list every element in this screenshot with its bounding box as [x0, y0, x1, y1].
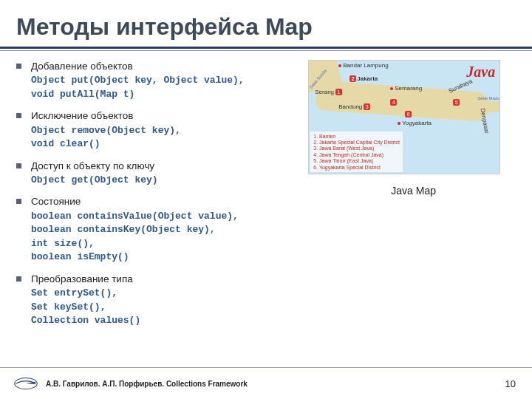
- footer: А.В. Гаврилов. А.П. Порфирьев. Collectio…: [13, 375, 516, 392]
- item-label: Состояние: [31, 196, 81, 207]
- city-label: 2Jakarta: [349, 75, 378, 82]
- sea-label: Selat Madura: [477, 96, 500, 100]
- method-list: Добавление объектов Object put(Object ke…: [16, 60, 301, 336]
- city-label: 5: [453, 99, 460, 106]
- illustration-column: Java Bandar Lampung 2Jakarta Serang1 Sem…: [301, 60, 519, 336]
- list-item: Добавление объектов Object put(Object ke…: [16, 60, 301, 100]
- footer-text: А.В. Гаврилов. А.П. Порфирьев. Collectio…: [46, 380, 248, 388]
- code-line: int size(): [31, 238, 89, 249]
- footer-rule: [0, 367, 532, 368]
- content-area: Добавление объектов Object put(Object ke…: [0, 60, 532, 336]
- code-line: Collection values(): [31, 315, 140, 326]
- title-rule-thick: [0, 47, 532, 49]
- code-line: boolean containsKey(Object key): [31, 224, 210, 235]
- item-label: Преобразование типа: [31, 273, 133, 284]
- page-number: 10: [505, 378, 516, 389]
- map-legend: 1. Banten 2. Jakarta Special Capital Cit…: [310, 132, 403, 172]
- code-line: Object put(Object key, Object value): [31, 75, 239, 86]
- city-label: Bandar Lampung: [338, 62, 388, 69]
- city-label: Yogyakarta: [398, 120, 432, 126]
- code-line: boolean isEmpty(): [31, 251, 129, 262]
- slide-title: Методы интерфейса Map: [0, 0, 532, 47]
- code-line: boolean containsValue(Object value): [31, 211, 233, 222]
- city-label: 6: [405, 111, 412, 117]
- code-line: void putAll(Map t): [31, 89, 134, 100]
- code-line: Set entrySet(): [31, 287, 112, 299]
- item-label: Доступ к объекту по ключу: [31, 160, 154, 171]
- list-item: Исключение объектов Object remove(Object…: [16, 109, 301, 150]
- java-map-image: Java Bandar Lampung 2Jakarta Serang1 Sem…: [308, 60, 500, 174]
- city-label: 4: [390, 99, 398, 106]
- title-rule-thin: [0, 50, 532, 51]
- item-label: Добавление объектов: [31, 61, 133, 72]
- city-label: Semarang: [390, 85, 422, 92]
- item-label: Исключение объектов: [31, 110, 134, 121]
- footer-logo-icon: [13, 375, 38, 392]
- code-line: Set keySet(): [31, 301, 100, 313]
- list-item: Доступ к объекту по ключу Object get(Obj…: [16, 160, 301, 187]
- list-item: Состояние boolean containsValue(Object v…: [16, 195, 301, 263]
- city-label: Serang1: [315, 89, 343, 95]
- image-caption: Java Map: [308, 185, 519, 197]
- city-label: Bandung3: [338, 103, 371, 110]
- code-line: Object get(Object key): [31, 174, 158, 185]
- code-line: void clear(): [31, 138, 100, 149]
- code-line: Object remove(Object key): [31, 125, 175, 136]
- list-item: Преобразование типа Set entrySet(), Set …: [16, 273, 301, 327]
